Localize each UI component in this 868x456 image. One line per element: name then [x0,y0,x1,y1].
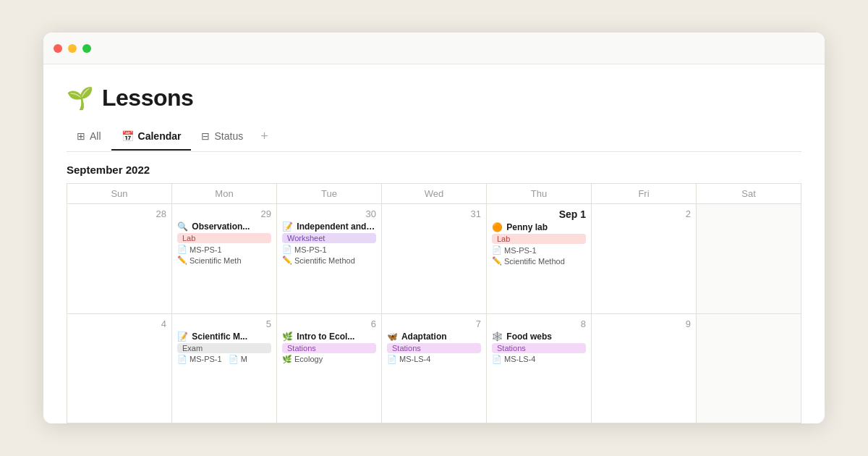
day-header-sun: Sun [67,184,172,204]
day-header-tue: Tue [277,184,382,204]
date-28: 28 [72,208,166,219]
badge-lab-1: Lab [177,233,271,243]
main-content: 🌱 Lessons ⊞ All 📅 Calendar ⊟ Status + Se… [43,64,825,423]
date-30: 30 [282,208,376,219]
badge-exam-1: Exam [177,343,271,353]
date-sep1: Sep 1 [492,208,586,220]
event-title-scientific: 📝 Scientific M... [177,332,271,342]
event-observation[interactable]: 🔍 Observation... Lab 📄 MS-PS-1 ✏️ Scient… [177,221,271,265]
titlebar [43,33,825,64]
cell-28: 28 [67,204,172,314]
cell-31: 31 [382,204,487,314]
event-meta-penny-tag: ✏️ Scientific Method [492,256,586,266]
event-independent[interactable]: 📝 Independent and dependent vari... Work… [282,221,376,265]
date-4: 4 [72,318,166,329]
calendar-row-1: 28 29 🔍 Observation... Lab 📄 MS-PS-1 [67,204,801,314]
day-headers-row: Sun Mon Tue Wed Thu Fri Sat [67,184,801,204]
tab-status[interactable]: ⊟ Status [191,124,253,151]
cell-8: 8 🕸️ Food webs Stations 📄 MS-LS-4 [487,314,592,424]
badge-stations-2: Stations [387,343,481,353]
cell-5: 5 📝 Scientific M... Exam 📄 MS-PS-1 📄 M [172,314,277,424]
event-title-independent: 📝 Independent and dependent vari... [282,221,376,232]
add-tab-button[interactable]: + [253,123,276,151]
event-meta-independent-tag: ✏️ Scientific Method [282,256,376,265]
badge-lab-2: Lab [492,234,586,244]
page-title: Lessons [102,85,193,111]
calendar-section: September 2022 Sun Mon Tue Wed Thu Fri S… [67,152,801,423]
day-header-mon: Mon [172,184,277,204]
cell-30: 30 📝 Independent and dependent vari... W… [277,204,382,314]
event-meta-adaptation: 📄 MS-LS-4 [387,355,481,364]
badge-stations-3: Stations [492,343,586,353]
event-title-observation: 🔍 Observation... [177,221,271,232]
all-icon: ⊞ [77,130,85,142]
date-29: 29 [177,208,271,219]
calendar-row-2: 4 5 📝 Scientific M... Exam 📄 MS-PS-1 📄 M [67,314,801,424]
cell-sat-1 [697,204,801,314]
event-meta-observation: 📄 MS-PS-1 [177,245,271,254]
event-meta-observation-tag: ✏️ Scientific Meth [177,256,271,265]
date-31: 31 [387,208,481,219]
cell-9: 9 [592,314,697,424]
tab-calendar[interactable]: 📅 Calendar [111,124,192,151]
status-icon: ⊟ [201,130,210,142]
tab-all-label: All [90,130,101,142]
day-header-fri: Fri [592,184,697,204]
calendar-grid: Sun Mon Tue Wed Thu Fri Sat 28 [67,183,801,423]
cell-6: 6 🌿 Intro to Ecol... Stations 🌿 Ecology [277,314,382,424]
tabs-bar: ⊞ All 📅 Calendar ⊟ Status + [67,123,801,152]
cell-4: 4 [67,314,172,424]
event-meta-penny: 📄 MS-PS-1 [492,245,586,255]
date-9: 9 [597,318,691,329]
day-header-thu: Thu [487,184,592,204]
cell-2: 2 [592,204,697,314]
tab-status-label: Status [214,130,243,142]
maximize-button[interactable] [82,44,91,53]
cell-sat-2 [697,314,801,424]
event-adaptation[interactable]: 🦋 Adaptation Stations 📄 MS-LS-4 [387,332,481,364]
event-meta-foodwebs: 📄 MS-LS-4 [492,355,586,364]
day-header-wed: Wed [382,184,487,204]
cell-7: 7 🦋 Adaptation Stations 📄 MS-LS-4 [382,314,487,424]
day-header-sat: Sat [697,184,801,204]
page-icon: 🌱 [67,85,93,111]
app-window: 🌱 Lessons ⊞ All 📅 Calendar ⊟ Status + Se… [43,33,825,423]
event-meta-scientific: 📄 MS-PS-1 📄 M [177,355,271,364]
date-8: 8 [492,318,586,329]
tab-all[interactable]: ⊞ All [67,124,111,151]
page-header: 🌱 Lessons [67,64,801,123]
event-title-foodwebs: 🕸️ Food webs [492,332,586,342]
event-meta-independent: 📄 MS-PS-1 [282,245,376,254]
close-button[interactable] [54,44,62,53]
calendar-rows: 28 29 🔍 Observation... Lab 📄 MS-PS-1 [67,204,801,423]
date-5: 5 [177,318,271,329]
cell-sep1: Sep 1 🟠 Penny lab Lab 📄 MS-PS-1 ✏️ Scien… [487,204,592,314]
date-6: 6 [282,318,376,329]
event-food-webs[interactable]: 🕸️ Food webs Stations 📄 MS-LS-4 [492,332,586,364]
tab-calendar-label: Calendar [138,130,182,142]
month-header: September 2022 [67,152,801,183]
event-meta-intro: 🌿 Ecology [282,355,376,364]
event-title-intro: 🌿 Intro to Ecol... [282,332,376,342]
minimize-button[interactable] [68,44,77,53]
badge-stations-1: Stations [282,343,376,353]
date-7: 7 [387,318,481,329]
event-penny[interactable]: 🟠 Penny lab Lab 📄 MS-PS-1 ✏️ Scientific … [492,222,586,266]
event-scientific-method[interactable]: 📝 Scientific M... Exam 📄 MS-PS-1 📄 M [177,332,271,364]
event-intro-ecology[interactable]: 🌿 Intro to Ecol... Stations 🌿 Ecology [282,332,376,364]
calendar-icon: 📅 [122,130,134,142]
event-title-penny: 🟠 Penny lab [492,222,586,232]
date-2: 2 [597,208,691,219]
event-title-adaptation: 🦋 Adaptation [387,332,481,342]
badge-worksheet-1: Worksheet [282,233,376,243]
cell-29: 29 🔍 Observation... Lab 📄 MS-PS-1 ✏️ Sci… [172,204,277,314]
